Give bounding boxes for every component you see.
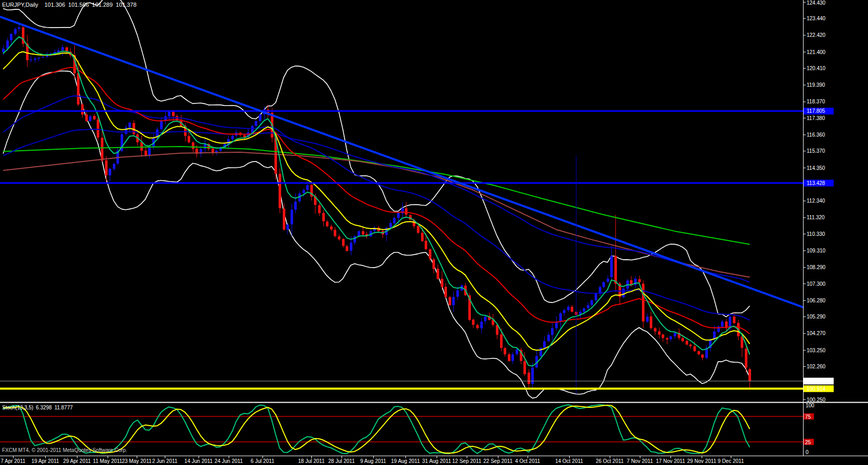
- price-tag-label: 101.378: [807, 378, 826, 384]
- date-tick-label: 12 Sep 2011: [452, 458, 481, 464]
- stochastic-signal-value: 11.8777: [55, 405, 73, 410]
- date-tick-label: 19 Aug 2011: [391, 458, 420, 464]
- price-tick-label: 114.350: [807, 165, 825, 171]
- svg-text:0: 0: [806, 449, 809, 455]
- stochastic-indicator-label: Stoch(13,3,5)6.329811.8777: [2, 405, 75, 410]
- date-tick-label: 17 Nov 2011: [656, 458, 685, 464]
- quote-open: 101.306: [45, 2, 65, 8]
- price-tick-label: 118.370: [807, 99, 825, 104]
- date-tick-label: 9 Dec 2011: [718, 458, 744, 464]
- price-tag-label: 100.914: [807, 386, 826, 392]
- price-tick-label: 103.250: [807, 348, 826, 353]
- date-tick-label: 29 Apr 2011: [63, 458, 91, 464]
- date-tick-label: 2 Jun 2011: [152, 458, 178, 464]
- chart-title: EURJPY,Daily101.306101.566101.289101.378: [2, 2, 140, 8]
- price-tick-label: 115.370: [807, 148, 825, 154]
- price-tick-label: 122.420: [807, 32, 826, 38]
- price-tick-label: 108.290: [807, 264, 826, 270]
- date-tick-label: 28 Jul 2011: [328, 458, 355, 464]
- date-tick-label: 9 Aug 2011: [360, 458, 386, 464]
- price-tag-label: 117.805: [807, 108, 825, 114]
- stochastic-name: Stoch(13,3,5): [2, 405, 33, 410]
- date-tick-label: 29 Nov 2011: [687, 458, 716, 464]
- date-tick-label: 7 Apr 2011: [1, 458, 25, 464]
- quote-high: 101.566: [68, 2, 89, 8]
- date-tick-label: 24 Jun 2011: [215, 458, 243, 464]
- price-tick-label: 100.250: [807, 397, 826, 403]
- date-tick-label: 14 Jun 2011: [185, 458, 213, 464]
- price-tick-label: 110.330: [807, 231, 825, 237]
- date-tick-label: 4 Oct 2011: [515, 458, 541, 464]
- price-tick-label: 112.340: [807, 198, 825, 204]
- stoch-level-label: 25: [805, 440, 811, 445]
- price-tag-label: 113.428: [807, 180, 825, 186]
- quote-close: 101.378: [116, 2, 137, 8]
- price-tick-label: 123.440: [807, 16, 826, 21]
- date-tick-label: 6 Jul 2011: [251, 458, 274, 464]
- mt4-chart-window: 124.430123.440122.420121.400120.410119.3…: [0, 0, 868, 465]
- chart-canvas[interactable]: 124.430123.440122.420121.400120.410119.3…: [0, 0, 868, 465]
- price-tick-label: 117.380: [807, 115, 825, 121]
- stochastic-main-value: 6.3298: [36, 405, 52, 410]
- price-tick-label: 121.400: [807, 49, 826, 55]
- date-tick-label: 23 May 2011: [122, 458, 152, 464]
- price-tick-label: 120.410: [807, 65, 826, 71]
- price-tick-label: 106.280: [807, 298, 826, 303]
- stoch-level-label: 75: [805, 414, 811, 420]
- price-tick-label: 124.430: [807, 0, 826, 6]
- date-tick-label: 11 May 2011: [93, 458, 123, 464]
- price-tick-label: 119.390: [807, 82, 825, 88]
- date-tick-label: 31 Aug 2011: [422, 458, 451, 464]
- copyright-text: FXCM MT4, © 2001-2011 MetaQuotes Softwar…: [2, 447, 127, 453]
- price-tick-label: 107.300: [807, 281, 826, 287]
- date-tick-label: 18 Jul 2011: [298, 458, 325, 464]
- price-tick-label: 109.310: [807, 248, 826, 254]
- svg-text:100: 100: [806, 403, 814, 408]
- price-tick-label: 116.360: [807, 132, 825, 138]
- date-tick-label: 22 Sep 2011: [483, 458, 512, 464]
- quote-low: 101.289: [92, 2, 113, 8]
- date-tick-label: 7 Nov 2011: [627, 458, 653, 464]
- date-tick-label: 14 Oct 2011: [555, 458, 583, 464]
- price-tick-label: 104.270: [807, 330, 826, 336]
- date-tick-label: 19 Apr 2011: [31, 458, 59, 464]
- price-tick-label: 102.260: [807, 364, 826, 369]
- date-tick-label: 26 Oct 2011: [596, 458, 624, 464]
- price-tick-label: 111.320: [807, 215, 825, 220]
- price-tick-label: 105.290: [807, 314, 826, 320]
- symbol-period-label: EURJPY,Daily: [2, 2, 38, 8]
